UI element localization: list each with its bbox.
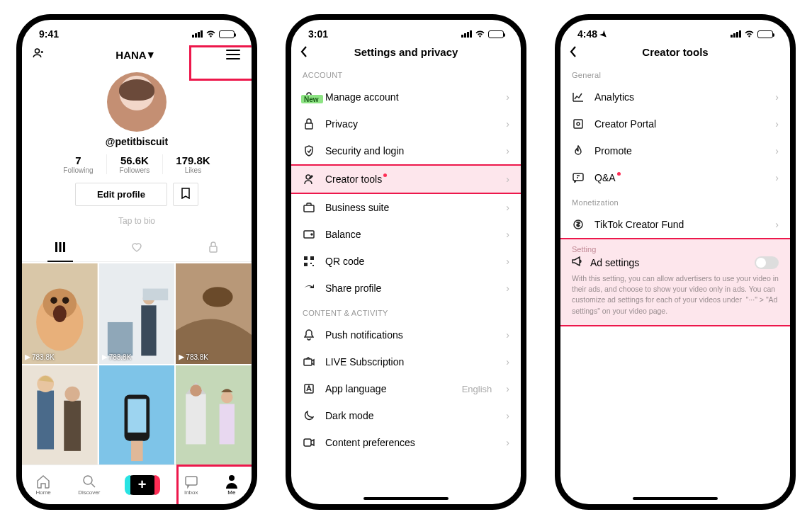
row-analytics[interactable]: Analytics› [560, 84, 790, 110]
row-content-preferences[interactable]: Content preferences› [291, 429, 521, 456]
tab-grid[interactable] [22, 236, 98, 261]
menu-button[interactable] [225, 45, 242, 64]
qr-icon [303, 256, 315, 266]
profile-name-dropdown[interactable]: HANA▾ [115, 48, 153, 61]
row-push-notifications[interactable]: Push notifications› [291, 321, 521, 348]
row-business-suite[interactable]: Business suite› [291, 194, 521, 221]
svg-rect-18 [22, 365, 98, 466]
chevron-right-icon: › [775, 219, 779, 230]
language-icon [303, 384, 315, 394]
view-count: 783.8K [186, 353, 208, 361]
stat-following[interactable]: 7Following [50, 154, 106, 174]
svg-point-22 [64, 387, 79, 401]
row-qa[interactable]: Q&A› [560, 164, 790, 191]
live-icon [303, 357, 315, 367]
status-bar: 4:48 ➤ [560, 20, 790, 42]
play-icon [179, 355, 184, 360]
chevron-right-icon: › [506, 329, 509, 341]
ad-settings-toggle[interactable] [755, 256, 779, 269]
row-live-subscription[interactable]: LIVE Subscription› [291, 348, 521, 375]
row-app-language[interactable]: App languageEnglish› [291, 375, 521, 402]
chevron-right-icon: › [506, 437, 509, 448]
video-thumb[interactable] [22, 365, 98, 466]
svg-rect-3 [63, 242, 65, 252]
dollar-icon [572, 220, 585, 229]
svg-point-10 [53, 305, 67, 322]
chevron-right-icon: › [506, 173, 509, 185]
video-thumb[interactable]: 783.8K [22, 263, 98, 364]
chevron-right-icon: › [506, 118, 509, 130]
briefcase-icon [303, 203, 315, 212]
analytics-icon [572, 92, 585, 102]
chevron-right-icon: › [506, 383, 509, 394]
row-promote[interactable]: Promote› [560, 137, 790, 164]
stat-likes[interactable]: 179.8KLikes [163, 154, 222, 174]
flame-icon [572, 145, 585, 156]
ad-settings-label: Ad settings [590, 257, 748, 268]
video-thumb[interactable]: 783.8K [176, 263, 252, 364]
tap-to-bio[interactable]: Tap to bio [22, 216, 252, 226]
row-share-profile[interactable]: Share profile› [291, 275, 521, 302]
add-friend-icon[interactable] [32, 47, 45, 62]
home-indicator [633, 497, 718, 500]
tab-inbox[interactable]: Inbox [184, 474, 198, 496]
tab-me[interactable]: Me [225, 474, 238, 496]
section-setting: Setting [572, 245, 779, 256]
avatar[interactable] [107, 72, 167, 132]
chevron-right-icon: › [775, 172, 779, 183]
svg-rect-1 [55, 242, 57, 252]
chevron-right-icon: › [506, 91, 509, 103]
svg-rect-21 [64, 401, 81, 451]
row-security[interactable]: Security and login› [291, 137, 521, 164]
video-thumb[interactable] [99, 365, 175, 466]
moon-icon [303, 411, 315, 421]
svg-rect-28 [186, 394, 206, 445]
tab-create[interactable]: + [128, 475, 157, 495]
svg-rect-2 [60, 242, 62, 252]
chevron-right-icon: › [506, 283, 509, 294]
tab-private[interactable] [175, 236, 252, 261]
video-icon [303, 438, 315, 447]
tab-home[interactable]: Home [35, 474, 51, 496]
language-value: English [462, 384, 492, 394]
phone-settings: New 3:01 Settings and privacy ACCOUNT Ma… [286, 14, 526, 510]
svg-point-32 [84, 476, 92, 484]
svg-point-50 [577, 123, 580, 125]
row-manage-account[interactable]: Manage account› [291, 84, 521, 110]
ad-settings-block: Setting Ad settings With this setting, y… [560, 238, 790, 326]
tab-discover[interactable]: Discover [78, 474, 100, 496]
creator-icon [303, 173, 315, 185]
video-thumb[interactable] [176, 365, 252, 466]
megaphone-icon [572, 256, 583, 269]
edit-profile-button[interactable]: Edit profile [75, 183, 167, 206]
row-creator-tools[interactable]: Creator tools› [291, 164, 521, 194]
share-icon [303, 283, 315, 293]
page-header: Creator tools [560, 42, 790, 64]
row-privacy[interactable]: Privacy› [291, 110, 521, 137]
svg-rect-15 [142, 289, 168, 301]
row-balance[interactable]: Balance› [291, 221, 521, 248]
bookmark-button[interactable] [173, 183, 198, 206]
row-creator-fund[interactable]: TikTok Creator Fund› [560, 211, 790, 238]
notification-dot [617, 172, 621, 176]
row-qr-code[interactable]: QR code› [291, 248, 521, 275]
svg-rect-33 [186, 477, 197, 485]
svg-rect-44 [310, 263, 312, 264]
wifi-icon [205, 28, 216, 40]
row-creator-portal[interactable]: Creator Portal› [560, 110, 790, 137]
signal-icon [192, 30, 203, 38]
page-title: Creator tools [569, 46, 782, 58]
svg-rect-4 [210, 246, 217, 252]
bottom-tabbar: Home Discover + Inbox Me [22, 465, 252, 504]
tab-liked[interactable] [98, 236, 175, 261]
svg-rect-26 [131, 441, 143, 461]
video-thumb[interactable]: 783.8K [99, 263, 175, 364]
stat-followers[interactable]: 56.6KFollowers [107, 154, 164, 174]
row-dark-mode[interactable]: Dark mode› [291, 402, 521, 429]
wifi-icon [744, 28, 755, 40]
page-header: Settings and privacy [291, 42, 521, 64]
hamburger-icon [226, 50, 240, 59]
location-icon: ➤ [597, 29, 609, 41]
bell-icon [303, 329, 315, 341]
wifi-icon [475, 28, 485, 40]
